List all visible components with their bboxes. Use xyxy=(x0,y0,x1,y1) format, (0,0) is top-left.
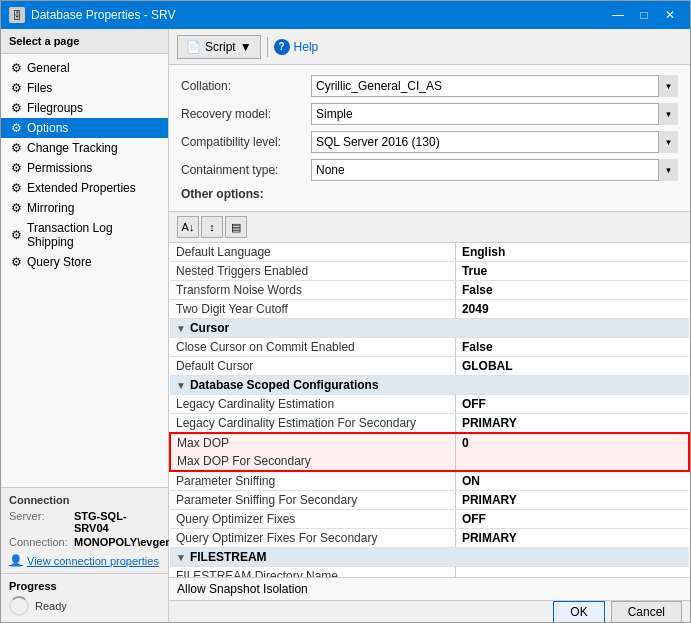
table-row[interactable]: Close Cursor on Commit Enabled False xyxy=(170,338,689,357)
link-icon: 👤 xyxy=(9,554,23,567)
table-row-max-dop-secondary[interactable]: Max DOP For Secondary xyxy=(170,452,689,471)
prop-value: ON xyxy=(455,471,689,491)
sidebar-item-general[interactable]: ⚙ General xyxy=(1,58,168,78)
table-row[interactable]: Legacy Cardinality Estimation For Second… xyxy=(170,414,689,434)
general-icon: ⚙ xyxy=(9,61,23,75)
section-label: ▼Database Scoped Configurations xyxy=(170,376,689,395)
sidebar-item-change-tracking[interactable]: ⚙ Change Tracking xyxy=(1,138,168,158)
sidebar-item-options[interactable]: ⚙ Options xyxy=(1,118,168,138)
script-button[interactable]: 📄 Script ▼ xyxy=(177,35,261,59)
prop-name: Two Digit Year Cutoff xyxy=(170,300,455,319)
filter-icon: ▤ xyxy=(231,221,241,234)
sidebar-item-mirroring-label: Mirroring xyxy=(27,201,74,215)
sidebar-item-permissions[interactable]: ⚙ Permissions xyxy=(1,158,168,178)
table-row[interactable]: Legacy Cardinality Estimation OFF xyxy=(170,395,689,414)
help-icon: ? xyxy=(274,39,290,55)
section-label: ▼FILESTREAM xyxy=(170,548,689,567)
sort-category-button[interactable]: ↕ xyxy=(201,216,223,238)
title-bar-left: 🗄 Database Properties - SRV xyxy=(9,7,176,23)
sidebar-item-transaction-log[interactable]: ⚙ Transaction Log Shipping xyxy=(1,218,168,252)
bottom-label: Allow Snapshot Isolation xyxy=(169,577,690,600)
progress-content: Ready xyxy=(9,596,160,616)
expand-icon: ▼ xyxy=(176,323,186,334)
table-row-max-dop[interactable]: Max DOP 0 xyxy=(170,433,689,452)
sidebar-item-query-store-label: Query Store xyxy=(27,255,92,269)
prop-name: Close Cursor on Commit Enabled xyxy=(170,338,455,357)
table-row[interactable]: Parameter Sniffing ON xyxy=(170,471,689,491)
section-label: ▼Cursor xyxy=(170,319,689,338)
expand-icon: ▼ xyxy=(176,552,186,563)
files-icon: ⚙ xyxy=(9,81,23,95)
sidebar-item-change-tracking-label: Change Tracking xyxy=(27,141,118,155)
maximize-button[interactable]: □ xyxy=(632,5,656,25)
sort-az-button[interactable]: A↓ xyxy=(177,216,199,238)
prop-name: Nested Triggers Enabled xyxy=(170,262,455,281)
left-panel: Select a page ⚙ General ⚙ Files ⚙ Filegr… xyxy=(1,29,169,622)
right-panel: 📄 Script ▼ ? Help Collation: Cyrillic_Ge… xyxy=(169,29,690,622)
table-row[interactable]: Default Language English xyxy=(170,243,689,262)
sidebar-item-files[interactable]: ⚙ Files xyxy=(1,78,168,98)
progress-spinner xyxy=(9,596,29,616)
minimize-button[interactable]: — xyxy=(606,5,630,25)
window-title: Database Properties - SRV xyxy=(31,8,176,22)
table-row[interactable]: Transform Noise Words False xyxy=(170,281,689,300)
collation-label: Collation: xyxy=(181,79,311,93)
table-row[interactable]: Two Digit Year Cutoff 2049 xyxy=(170,300,689,319)
prop-value: PRIMARY xyxy=(455,414,689,434)
collation-row: Collation: Cyrillic_General_CI_AS ▼ xyxy=(181,75,678,97)
sidebar-item-permissions-label: Permissions xyxy=(27,161,92,175)
cancel-button[interactable]: Cancel xyxy=(611,601,682,623)
prop-value: 2049 xyxy=(455,300,689,319)
sidebar-item-filegroups[interactable]: ⚙ Filegroups xyxy=(1,98,168,118)
prop-value: GLOBAL xyxy=(455,357,689,376)
table-row[interactable]: Default Cursor GLOBAL xyxy=(170,357,689,376)
connection-header: Connection xyxy=(9,494,160,506)
section-row-filestream: ▼FILESTREAM xyxy=(170,548,689,567)
sidebar-item-filegroups-label: Filegroups xyxy=(27,101,83,115)
prop-value: English xyxy=(455,243,689,262)
filter-button[interactable]: ▤ xyxy=(225,216,247,238)
window-body: Select a page ⚙ General ⚙ Files ⚙ Filegr… xyxy=(1,29,690,622)
prop-name: Query Optimizer Fixes For Secondary xyxy=(170,529,455,548)
help-button[interactable]: ? Help xyxy=(274,39,319,55)
containment-select[interactable]: None xyxy=(311,159,678,181)
sidebar-item-extended-properties[interactable]: ⚙ Extended Properties xyxy=(1,178,168,198)
table-row[interactable]: Parameter Sniffing For Secondary PRIMARY xyxy=(170,491,689,510)
connection-section: Connection Server: STG-SQL-SRV04 Connect… xyxy=(1,487,168,573)
compatibility-label: Compatibility level: xyxy=(181,135,311,149)
recovery-select-wrapper: Simple ▼ xyxy=(311,103,678,125)
close-button[interactable]: ✕ xyxy=(658,5,682,25)
prop-value: OFF xyxy=(455,510,689,529)
progress-header: Progress xyxy=(9,580,160,592)
help-label: Help xyxy=(294,40,319,54)
sidebar-item-transaction-log-label: Transaction Log Shipping xyxy=(27,221,160,249)
table-row[interactable]: Query Optimizer Fixes For Secondary PRIM… xyxy=(170,529,689,548)
sidebar-item-query-store[interactable]: ⚙ Query Store xyxy=(1,252,168,272)
prop-value xyxy=(455,567,689,578)
compatibility-select[interactable]: SQL Server 2016 (130) xyxy=(311,131,678,153)
prop-value: False xyxy=(455,338,689,357)
collation-select[interactable]: Cyrillic_General_CI_AS xyxy=(311,75,678,97)
ok-button[interactable]: OK xyxy=(553,601,604,623)
containment-select-wrapper: None ▼ xyxy=(311,159,678,181)
props-toolbar: A↓ ↕ ▤ xyxy=(169,212,690,243)
title-bar-controls: — □ ✕ xyxy=(606,5,682,25)
form-area: Collation: Cyrillic_General_CI_AS ▼ Reco… xyxy=(169,65,690,212)
recovery-select[interactable]: Simple xyxy=(311,103,678,125)
script-icon: 📄 xyxy=(186,40,201,54)
select-page-header: Select a page xyxy=(1,29,168,54)
recovery-row: Recovery model: Simple ▼ xyxy=(181,103,678,125)
table-row[interactable]: Nested Triggers Enabled True xyxy=(170,262,689,281)
prop-name: Transform Noise Words xyxy=(170,281,455,300)
view-properties-link[interactable]: 👤 View connection properties xyxy=(9,554,160,567)
props-table-container[interactable]: Default Language English Nested Triggers… xyxy=(169,243,690,577)
prop-value: OFF xyxy=(455,395,689,414)
prop-name: FILESTREAM Directory Name xyxy=(170,567,455,578)
sidebar-item-mirroring[interactable]: ⚙ Mirroring xyxy=(1,198,168,218)
status-bar: OK Cancel xyxy=(169,600,690,622)
permissions-icon: ⚙ xyxy=(9,161,23,175)
sort-category-icon: ↕ xyxy=(209,221,215,233)
table-row[interactable]: Query Optimizer Fixes OFF xyxy=(170,510,689,529)
prop-name: Max DOP For Secondary xyxy=(170,452,455,471)
table-row[interactable]: FILESTREAM Directory Name xyxy=(170,567,689,578)
